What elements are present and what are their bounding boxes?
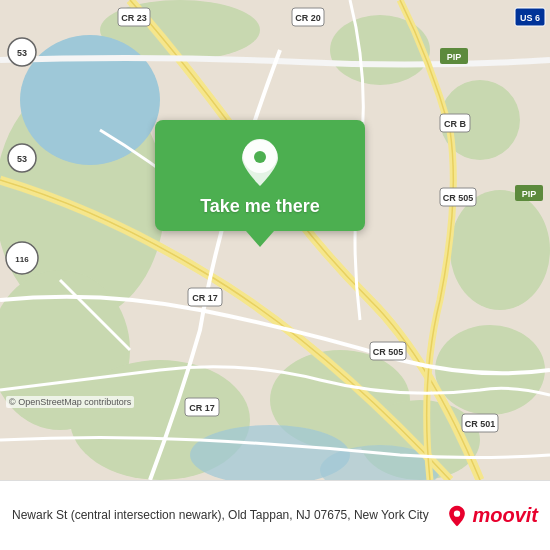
green-box: Take me there xyxy=(155,120,365,231)
take-me-there-button[interactable]: Take me there xyxy=(200,196,320,217)
svg-text:CR 17: CR 17 xyxy=(192,293,218,303)
svg-point-44 xyxy=(454,510,460,516)
svg-text:53: 53 xyxy=(17,48,27,58)
svg-point-7 xyxy=(450,190,550,310)
moovit-logo: moovit xyxy=(446,504,538,527)
button-overlay: Take me there xyxy=(155,120,365,247)
svg-text:CR B: CR B xyxy=(444,119,466,129)
box-pointer xyxy=(246,231,274,247)
svg-text:CR 501: CR 501 xyxy=(465,419,496,429)
svg-text:CR 505: CR 505 xyxy=(373,347,404,357)
address-text: Newark St (central intersection newark),… xyxy=(12,507,446,524)
map-container: CR 23 CR 20 US 6 53 53 PIP PIP CR B CR 5… xyxy=(0,0,550,480)
svg-text:53: 53 xyxy=(17,154,27,164)
svg-text:PIP: PIP xyxy=(522,189,537,199)
moovit-brand-text: moovit xyxy=(472,504,538,527)
svg-text:CR 23: CR 23 xyxy=(121,13,147,23)
svg-point-11 xyxy=(20,35,160,165)
svg-text:CR 17: CR 17 xyxy=(189,403,215,413)
osm-credit: © OpenStreetMap contributors xyxy=(6,396,134,408)
svg-text:CR 20: CR 20 xyxy=(295,13,321,23)
location-pin-icon xyxy=(240,138,280,188)
svg-text:US 6: US 6 xyxy=(520,13,540,23)
svg-point-43 xyxy=(254,151,266,163)
info-bar: Newark St (central intersection newark),… xyxy=(0,480,550,550)
svg-text:PIP: PIP xyxy=(447,52,462,62)
moovit-pin-icon xyxy=(446,505,468,527)
svg-text:CR 505: CR 505 xyxy=(443,193,474,203)
svg-text:116: 116 xyxy=(15,255,29,264)
